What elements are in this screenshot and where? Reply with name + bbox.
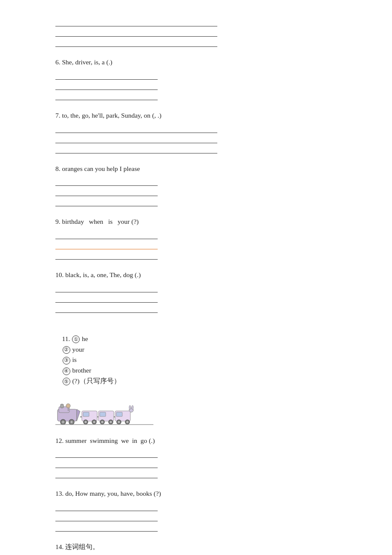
train-svg [55, 401, 153, 426]
circle-5: ⑤ [63, 378, 70, 385]
svg-point-30 [66, 404, 70, 408]
svg-rect-9 [83, 412, 89, 416]
question-11-prompt: 11. ① he ② your ③ is ④ brother ⑤ (?)（只写序… [55, 323, 337, 397]
answer-line [55, 459, 158, 468]
answer-line [55, 304, 158, 313]
answer-line [55, 81, 158, 90]
answer-line [55, 38, 217, 47]
question-11: 11. ① he ② your ③ is ④ brother ⑤ (?)（只写序… [55, 323, 337, 426]
question-9-prompt: 9. birthday when is your (?) [55, 217, 337, 227]
question-12-prompt: 12. summer swimming we in go (.) [55, 436, 337, 446]
train-illustration [55, 401, 337, 426]
answer-line [55, 197, 158, 206]
answer-line [55, 27, 217, 37]
answer-line [55, 144, 217, 153]
question-13-prompt: 13. do, How many, you, have, books (?) [55, 489, 337, 499]
prev-question-end [55, 17, 337, 48]
svg-point-6 [62, 421, 64, 423]
answer-line [55, 502, 158, 511]
question-8-prompt: 8. oranges can you help I please [55, 164, 337, 174]
answer-line [55, 70, 158, 80]
svg-point-34 [132, 405, 133, 410]
svg-point-19 [110, 421, 112, 423]
question-7: 7. to, the, go, he'll, park, Sunday, on … [55, 110, 337, 154]
answer-line [55, 512, 158, 521]
circle-1: ① [72, 335, 80, 343]
question-12-answer-lines [55, 448, 337, 479]
svg-point-7 [71, 421, 72, 423]
svg-point-12 [85, 421, 86, 423]
answer-line [55, 124, 217, 133]
answer-line [55, 187, 158, 196]
svg-point-33 [129, 405, 131, 410]
answer-line [55, 250, 158, 260]
answer-line [55, 230, 158, 239]
circle-4: ④ [63, 367, 70, 375]
answer-line [55, 283, 158, 292]
svg-point-24 [118, 421, 120, 423]
question-9-answer-lines [55, 230, 337, 260]
question-7-answer-lines [55, 124, 337, 154]
circle-2: ② [63, 346, 70, 354]
answer-line-orange [55, 240, 158, 249]
circle-3: ③ [63, 357, 70, 364]
question-9: 9. birthday when is your (?) [55, 217, 337, 260]
svg-point-25 [127, 421, 128, 423]
svg-marker-3 [77, 409, 80, 421]
svg-point-13 [93, 421, 95, 423]
question-14: 14. 连词组句。 〔１〕at, my, Look, hand 〔２〕is, T… [55, 542, 337, 555]
answer-line [55, 448, 158, 458]
answer-line [55, 134, 217, 143]
svg-point-18 [101, 421, 103, 423]
question-8-answer-lines [55, 176, 337, 207]
question-13-answer-lines [55, 502, 337, 532]
answer-line [55, 91, 158, 100]
answer-line [55, 17, 217, 26]
question-7-prompt: 7. to, the, go, he'll, park, Sunday, on … [55, 110, 337, 121]
svg-rect-21 [116, 412, 122, 416]
question-14-prompt: 14. 连词组句。 [55, 542, 337, 552]
svg-rect-15 [100, 412, 106, 416]
svg-rect-2 [61, 404, 63, 408]
answer-line [55, 176, 158, 186]
answer-line [55, 469, 158, 478]
question-6-answer-lines [55, 70, 337, 101]
question-10: 10. black, is, a, one, The, dog (.) [55, 270, 337, 314]
prev-answer-lines [55, 17, 337, 48]
question-8: 8. oranges can you help I please [55, 164, 337, 208]
answer-line [55, 293, 158, 303]
question-6-prompt: 6. She, driver, is, a (.) [55, 57, 337, 68]
question-10-prompt: 10. black, is, a, one, The, dog (.) [55, 270, 337, 280]
question-13: 13. do, How many, you, have, books (?) [55, 489, 337, 532]
question-12: 12. summer swimming we in go (.) [55, 436, 337, 480]
question-10-answer-lines [55, 283, 337, 314]
question-6: 6. She, driver, is, a (.) [55, 57, 337, 101]
answer-line [55, 522, 158, 532]
